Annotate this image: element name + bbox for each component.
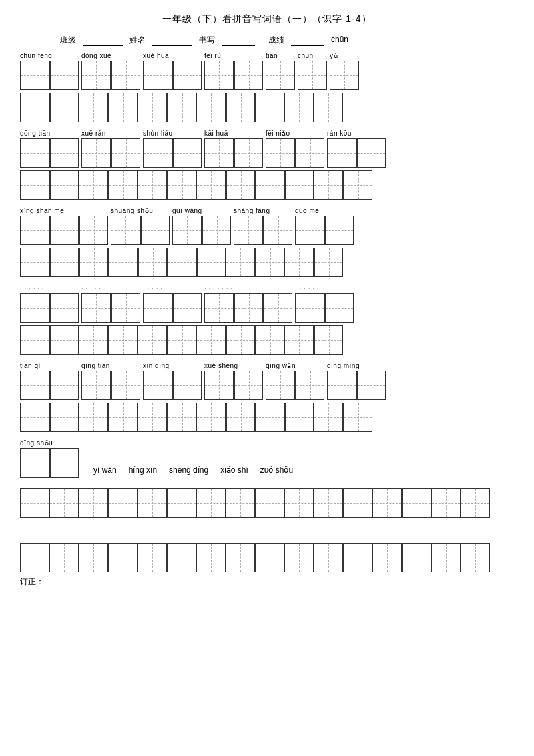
word-ding-shou: dǐng shǒu (20, 437, 79, 478)
char-cell (234, 293, 263, 323)
char-cell (314, 170, 343, 200)
char-cell (20, 371, 49, 400)
char-cell (234, 371, 263, 400)
char-cell (284, 403, 314, 432)
char-cell (314, 543, 343, 572)
char-cell (138, 325, 167, 355)
char-cell (402, 488, 431, 518)
char-cell (284, 248, 314, 277)
writing-label: 书写 (199, 35, 215, 46)
word-shuang-shou: shuāng shǒu (111, 205, 170, 245)
char-cell (49, 248, 79, 277)
char-cell (284, 170, 314, 200)
char-cell (49, 403, 79, 432)
char-cell (140, 216, 170, 245)
char-cell (138, 248, 167, 277)
char-cell (49, 138, 79, 168)
word-blank5: · · · · · · (295, 282, 354, 323)
char-cell (295, 138, 324, 168)
char-cell (20, 543, 49, 572)
char-cell (266, 138, 295, 168)
char-cell (138, 170, 167, 200)
word-duo-me: duō me (295, 205, 354, 245)
char-cell (234, 61, 263, 90)
char-cell (255, 248, 284, 277)
char-cell (143, 371, 172, 400)
char-cell (226, 403, 255, 432)
char-cell (196, 543, 226, 572)
chun-label: chūn (331, 35, 348, 44)
char-cell (372, 488, 402, 518)
word-qing-tian: qīng tiān (81, 360, 140, 400)
answer-row3 (20, 248, 514, 277)
char-cell (20, 93, 49, 122)
word-qing-wan: qīng wǎn (266, 360, 324, 400)
char-cell (167, 93, 196, 122)
char-cell (204, 138, 234, 168)
char-cell (108, 170, 138, 200)
char-cell (314, 93, 343, 122)
char-cell (49, 216, 79, 245)
char-cell (226, 170, 255, 200)
row8-text-labels: yí wàn hǐng xīn shēng dǐng xiǎo shí zuǒ … (93, 465, 293, 478)
word-shang-fang: shàng fāng (234, 205, 292, 245)
char-cell (108, 403, 138, 432)
correction-label: 订正： (20, 576, 514, 588)
word-gui-wang: guī wáng (172, 205, 231, 245)
char-cell (196, 403, 226, 432)
char-cell (314, 325, 343, 355)
char-cell (167, 403, 196, 432)
char-cell (138, 403, 167, 432)
word-ran-kou: rán kōu (327, 128, 386, 168)
char-cell (196, 170, 226, 200)
char-cell (20, 448, 49, 478)
char-cell (324, 293, 354, 323)
char-cell (143, 138, 172, 168)
char-cell (20, 138, 49, 168)
char-cell (167, 543, 196, 572)
char-cell (196, 93, 226, 122)
word-xing-shan-me: xǐng shān me (20, 205, 108, 245)
word-tian-qi: tiān qì (20, 360, 79, 400)
char-cell (226, 93, 255, 122)
label-zuo-shou: zuǒ shǒu (260, 465, 293, 475)
char-cell (167, 170, 196, 200)
char-cell (263, 216, 292, 245)
char-cell (284, 93, 314, 122)
page-title: 一年级（下）看拼音写词语（一）（识字 1-4） (20, 13, 514, 25)
word-chun: chūn (298, 50, 327, 90)
practice-row1 (20, 488, 514, 518)
char-cell (49, 325, 79, 355)
char-cell (79, 403, 108, 432)
label-xiao-shi: xiǎo shí (220, 465, 248, 475)
char-cell (226, 543, 255, 572)
word-fei-niao: fēi niǎo (266, 128, 324, 168)
word-dong-xue: dòng xuě (81, 50, 140, 90)
char-cell (20, 248, 49, 277)
answer-row2 (20, 170, 514, 200)
char-cell (79, 216, 108, 245)
char-cell (111, 293, 140, 323)
char-cell (49, 61, 79, 90)
char-cell (79, 248, 108, 277)
word-shun-liao: shùn liáo (143, 128, 202, 168)
char-cell (81, 138, 111, 168)
char-cell (111, 216, 140, 245)
char-cell (284, 488, 314, 518)
label-yi-wan: yí wàn (93, 465, 117, 475)
char-cell (20, 216, 49, 245)
char-cell (255, 543, 284, 572)
header-row: 班级 姓名 书写 成绩 chūn (20, 35, 514, 46)
char-cell (255, 325, 284, 355)
char-cell (343, 170, 372, 200)
char-cell (172, 216, 202, 245)
char-cell (49, 543, 79, 572)
word-yu: yǔ (330, 50, 359, 90)
char-cell (79, 488, 108, 518)
char-cell (49, 170, 79, 200)
char-cell (79, 170, 108, 200)
char-cell (111, 138, 140, 168)
char-cell (266, 61, 295, 90)
char-cell (196, 488, 226, 518)
word-blank2: · · · · · (81, 282, 140, 323)
